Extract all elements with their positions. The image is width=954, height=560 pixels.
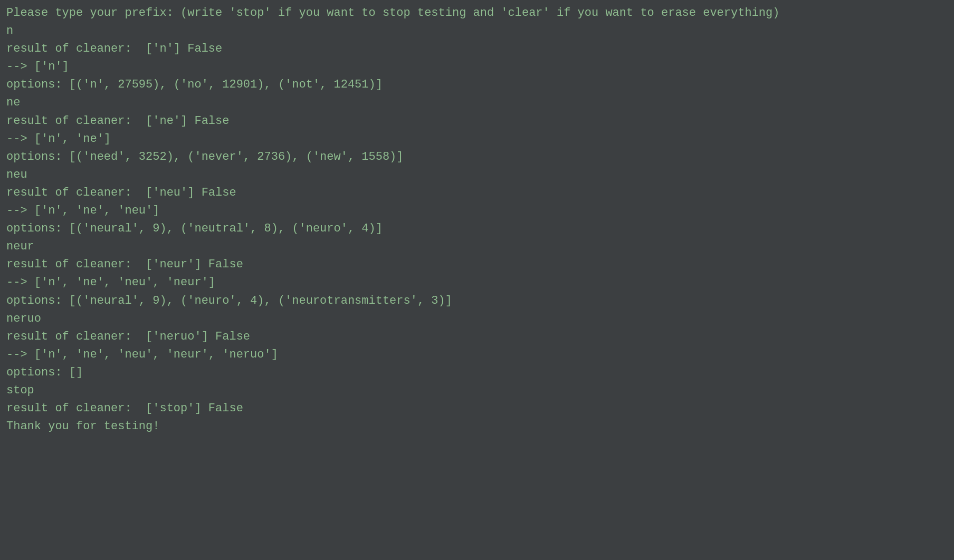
terminal-line: options: [('neural', 9), ('neutral', 8),… <box>6 220 948 238</box>
terminal-line: ne <box>6 94 948 112</box>
terminal-line: options: [] <box>6 364 948 382</box>
terminal-line: --> ['n', 'ne'] <box>6 130 948 148</box>
terminal-line: result of cleaner: ['stop'] False <box>6 400 948 418</box>
terminal-line: result of cleaner: ['n'] False <box>6 40 948 58</box>
terminal-line: neur <box>6 238 948 256</box>
terminal-output: Please type your prefix: (write 'stop' i… <box>6 4 948 436</box>
terminal-line: Please type your prefix: (write 'stop' i… <box>6 4 948 22</box>
terminal-line: options: [('need', 3252), ('never', 2736… <box>6 148 948 166</box>
terminal-line: --> ['n'] <box>6 58 948 76</box>
terminal-line: result of cleaner: ['neu'] False <box>6 184 948 202</box>
terminal-line: options: [('neural', 9), ('neuro', 4), (… <box>6 292 948 310</box>
terminal-line: result of cleaner: ['ne'] False <box>6 112 948 130</box>
terminal-line: neu <box>6 166 948 184</box>
terminal-line: --> ['n', 'ne', 'neu'] <box>6 202 948 220</box>
terminal-line: --> ['n', 'ne', 'neu', 'neur'] <box>6 274 948 292</box>
terminal-line: n <box>6 22 948 40</box>
terminal-line: neruo <box>6 310 948 328</box>
terminal-line: --> ['n', 'ne', 'neu', 'neur', 'neruo'] <box>6 346 948 364</box>
terminal-line: options: [('n', 27595), ('no', 12901), (… <box>6 76 948 94</box>
terminal-line: result of cleaner: ['neruo'] False <box>6 328 948 346</box>
terminal-line: result of cleaner: ['neur'] False <box>6 256 948 274</box>
terminal-line: stop <box>6 382 948 400</box>
terminal-line: Thank you for testing! <box>6 418 948 436</box>
